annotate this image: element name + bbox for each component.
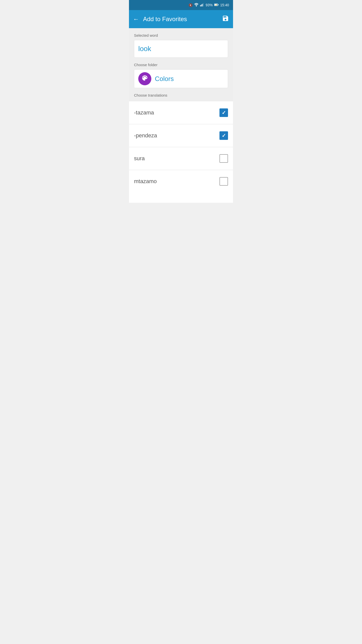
bottom-spacer	[129, 193, 233, 203]
mute-icon: 🔇	[189, 3, 193, 7]
translation-checkbox[interactable]	[219, 154, 228, 163]
translations-list: -tazama-pendezasuramtazamo	[129, 101, 233, 193]
svg-text:⚡: ⚡	[215, 4, 217, 6]
folder-name: Colors	[155, 75, 174, 83]
translation-item[interactable]: -pendeza	[129, 124, 233, 147]
app-bar-left: ← Add to Favorites	[133, 16, 187, 23]
translation-item[interactable]: mtazamo	[129, 170, 233, 193]
app-bar: ← Add to Favorites	[129, 10, 233, 28]
svg-rect-2	[201, 5, 202, 6]
page-title: Add to Favorites	[143, 16, 187, 23]
selected-word-label: Selected word	[134, 33, 228, 37]
translation-text: sura	[134, 155, 145, 162]
selected-word-value: look	[138, 45, 151, 53]
selected-word-field[interactable]: look	[134, 40, 228, 58]
status-icons: 🔇 93% ⚡ 15:4	[189, 3, 229, 7]
wifi-icon	[194, 3, 199, 7]
translation-text: -tazama	[134, 109, 154, 116]
svg-rect-4	[203, 3, 203, 6]
palette-icon	[141, 74, 148, 83]
folder-icon-circle	[138, 72, 151, 85]
translation-text: -pendeza	[134, 132, 157, 139]
choose-translations-label: Choose translations	[134, 93, 228, 97]
save-button[interactable]	[222, 15, 229, 23]
translation-item[interactable]: sura	[129, 147, 233, 170]
translation-checkbox[interactable]	[219, 177, 228, 186]
translation-checkbox[interactable]	[219, 108, 228, 117]
svg-rect-1	[200, 5, 201, 6]
choose-folder-label: Choose folder	[134, 63, 228, 67]
signal-icon	[200, 3, 204, 7]
translation-checkbox[interactable]	[219, 131, 228, 140]
back-button[interactable]: ←	[133, 16, 139, 23]
translation-text: mtazamo	[134, 178, 157, 185]
svg-rect-7	[218, 4, 218, 5]
svg-rect-3	[202, 4, 202, 6]
battery-icon: ⚡	[214, 3, 219, 7]
form-section: Selected word look Choose folder Colors …	[129, 28, 233, 101]
status-bar: 🔇 93% ⚡ 15:4	[129, 0, 233, 10]
svg-point-0	[196, 6, 197, 7]
battery-percent: 93%	[206, 3, 213, 7]
folder-selector[interactable]: Colors	[134, 69, 228, 88]
time: 15:40	[220, 3, 229, 7]
translation-item[interactable]: -tazama	[129, 101, 233, 124]
